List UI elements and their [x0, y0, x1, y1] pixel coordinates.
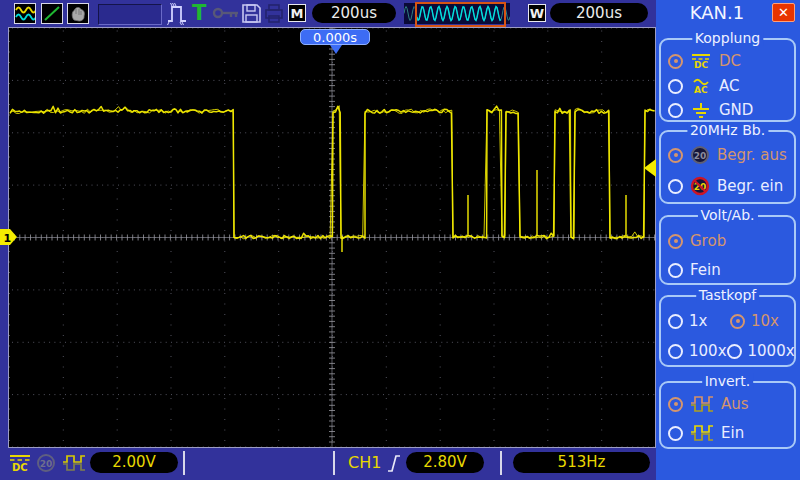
key-icon[interactable]: [212, 6, 240, 25]
radio-label: 10x: [751, 312, 779, 330]
radio-circle: [668, 148, 683, 163]
section-tastkopf: Tastkopf 1x 10x 100x 1000x: [659, 295, 796, 367]
radio-probe-1000x[interactable]: 1000x: [727, 340, 795, 362]
dc-symbol-icon: DC: [690, 53, 712, 69]
radio-label: 1x: [689, 312, 707, 330]
window-timebase-readout: 200us: [550, 3, 648, 23]
section-title: Kopplung: [692, 30, 763, 46]
radio-circle: [730, 314, 745, 329]
scope-graticule-and-trace: [9, 28, 655, 447]
main-timebase-readout: 200us: [312, 3, 396, 23]
radio-fein[interactable]: Fein: [661, 259, 794, 281]
radio-circle: [668, 79, 683, 94]
radio-bwlimit-on[interactable]: 20 Begr. ein: [661, 175, 794, 197]
radio-circle: [668, 344, 683, 359]
oscilloscope-screen: { "toolbar": { "icons": ["channels-icon"…: [0, 0, 800, 480]
section-title: 20MHz Bb.: [687, 122, 768, 138]
gnd-symbol-icon: [690, 102, 712, 118]
radio-circle: [668, 314, 683, 329]
radio-invert-aus[interactable]: Aus: [661, 393, 794, 415]
preview-window-handle[interactable]: [415, 2, 506, 27]
rising-edge-icon: [386, 451, 402, 479]
coupling-dc-icon: DC: [8, 454, 32, 478]
radio-probe-1x[interactable]: 1x: [668, 310, 730, 332]
section-kopplung: Kopplung DC DC AC AC: [659, 38, 796, 122]
hand-icon[interactable]: [67, 3, 89, 24]
radio-coupling-dc[interactable]: DC DC: [661, 50, 794, 72]
radio-probe-100x[interactable]: 100x: [668, 340, 727, 362]
radio-circle: [668, 263, 683, 278]
channel1-marker[interactable]: 1: [0, 229, 17, 250]
radio-label: Aus: [721, 395, 749, 413]
invert-status-icon: [62, 454, 86, 476]
waveform-preview: [404, 3, 510, 24]
channels-icon[interactable]: [14, 3, 36, 24]
radio-label: 100x: [689, 342, 727, 360]
radio-circle: [727, 344, 742, 359]
close-icon[interactable]: ✕: [772, 3, 795, 22]
radio-bwlimit-off[interactable]: 20 Begr. aus: [661, 144, 794, 166]
bw-icon-text: 20: [40, 459, 53, 469]
separator: [500, 451, 502, 475]
panel-title: KAN.1: [656, 2, 778, 23]
invert-on-icon: [690, 424, 714, 442]
bandwidth-status-icon: 20: [36, 453, 56, 477]
waveform-display: [8, 27, 656, 448]
invert-off-icon: [690, 395, 714, 413]
radio-circle: [668, 103, 683, 118]
trigger-level-arrow-icon[interactable]: [644, 159, 656, 181]
trigger-position-pointer-icon: [330, 45, 342, 54]
trigger-source-label: CH1: [348, 453, 381, 472]
channel-menu-panel: KAN.1 ✕ Kopplung DC DC AC AC: [656, 0, 800, 480]
ac-icon-text: AC: [694, 85, 708, 94]
save-icon[interactable]: [241, 3, 262, 28]
status-bar: DC 20 2.00V CH1 2.80V 513Hz: [0, 448, 656, 480]
trigger-t-icon[interactable]: T: [192, 1, 206, 25]
radio-label: Fein: [690, 261, 721, 279]
bandwidth-off-icon: 20: [690, 145, 710, 165]
section-title: Volt/Ab.: [697, 207, 757, 223]
radio-label: 1000x: [748, 342, 795, 360]
dc-icon-text: DC: [694, 60, 708, 69]
section-title: Tastkopf: [696, 287, 760, 303]
dc-icon-text: DC: [12, 462, 28, 473]
radio-invert-ein[interactable]: Ein: [661, 422, 794, 444]
main-timebase-label: M: [288, 4, 306, 22]
section-volt-adjust: Volt/Ab. Grob Fein: [659, 215, 796, 285]
radio-label: GND: [719, 101, 753, 119]
section-invert: Invert. Aus Ein: [659, 381, 796, 449]
slope-icon[interactable]: [41, 3, 63, 24]
ac-symbol-icon: AC: [690, 78, 712, 94]
pulse-icon[interactable]: [166, 1, 190, 30]
radio-circle: [668, 234, 683, 249]
radio-label: Ein: [721, 424, 744, 442]
separator: [183, 451, 185, 475]
radio-coupling-ac[interactable]: AC AC: [661, 75, 794, 97]
radio-label: Grob: [690, 232, 726, 250]
separator: [333, 451, 335, 475]
radio-probe-10x[interactable]: 10x: [730, 310, 779, 332]
print-icon[interactable]: [264, 4, 284, 28]
radio-label: Begr. ein: [717, 177, 783, 195]
radio-grob[interactable]: Grob: [661, 230, 794, 252]
radio-circle: [668, 397, 683, 412]
radio-circle: [668, 179, 683, 194]
trigger-position-marker[interactable]: 0.000s: [300, 29, 370, 45]
bw-icon-text: 20: [694, 151, 707, 161]
bandwidth-on-icon: 20: [690, 176, 710, 196]
trigger-level-readout: 2.80V: [406, 452, 484, 473]
volts-per-div-readout: 2.00V: [90, 452, 178, 473]
radio-circle: [668, 54, 683, 69]
radio-label: AC: [719, 77, 739, 95]
window-timebase-label: W: [528, 4, 546, 22]
section-bandwidth: 20MHz Bb. 20 Begr. aus 20 Begr. ein: [659, 130, 796, 204]
radio-circle: [668, 426, 683, 441]
channel1-marker-label: 1: [4, 232, 12, 245]
radio-label: DC: [719, 52, 741, 70]
display-field: [98, 4, 162, 25]
section-title: Invert.: [702, 373, 754, 389]
frequency-readout: 513Hz: [513, 452, 650, 473]
radio-label: Begr. aus: [717, 146, 787, 164]
top-toolbar: T M 200us W 200us: [0, 0, 658, 27]
radio-coupling-gnd[interactable]: GND: [661, 99, 794, 121]
